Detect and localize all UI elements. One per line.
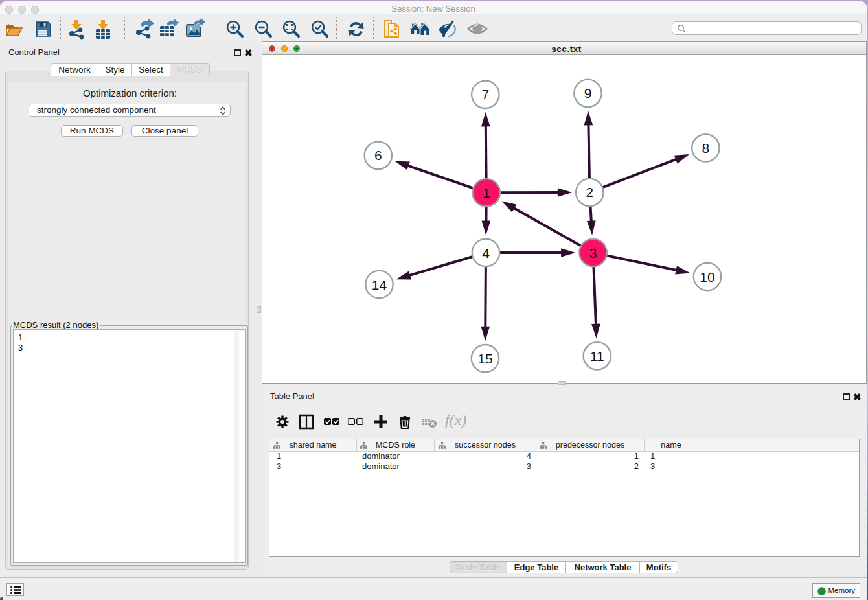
svg-text:8: 8 [702,141,710,156]
svg-text:4: 4 [482,246,490,260]
svg-text:1: 1 [483,185,490,200]
svg-text:9: 9 [584,86,592,100]
svg-text:3: 3 [589,246,597,260]
svg-text:10: 10 [700,270,714,284]
svg-text:2: 2 [586,185,593,200]
svg-text:11: 11 [590,349,604,363]
svg-text:15: 15 [477,351,492,366]
svg-text:14: 14 [372,277,387,292]
svg-text:7: 7 [481,87,489,102]
svg-text:6: 6 [374,148,382,163]
